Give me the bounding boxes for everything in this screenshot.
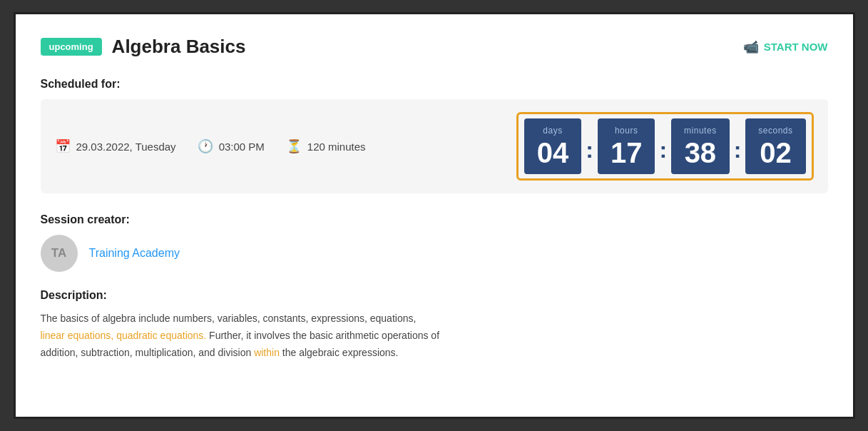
hourglass-icon: ⏳	[286, 138, 302, 154]
schedule-info: 📅 29.03.2022, Tuesday 🕐 03:00 PM ⏳ 120 m…	[55, 138, 366, 154]
main-container: upcoming Algebra Basics 📹 START NOW Sche…	[14, 12, 855, 419]
separator-3: :	[734, 130, 742, 163]
hours-value: 17	[611, 138, 643, 167]
seconds-value: 02	[758, 138, 792, 167]
video-camera-icon: 📹	[743, 39, 759, 55]
header-left: upcoming Algebra Basics	[41, 36, 246, 58]
creator-label: Session creator:	[41, 213, 828, 226]
desc-end: the algebraic expressions.	[282, 347, 399, 358]
page-title: Algebra Basics	[112, 36, 246, 58]
minutes-label: minutes	[684, 126, 717, 136]
days-value: 04	[537, 138, 569, 167]
schedule-date: 29.03.2022, Tuesday	[76, 141, 176, 153]
scheduled-label: Scheduled for:	[41, 78, 828, 91]
header: upcoming Algebra Basics 📹 START NOW	[41, 36, 828, 58]
creator-name[interactable]: Training Academy	[89, 247, 180, 260]
countdown-days: days 04	[524, 118, 582, 174]
countdown-timer: days 04 : hours 17 : minutes 38 : second…	[516, 112, 814, 181]
schedule-row: 📅 29.03.2022, Tuesday 🕐 03:00 PM ⏳ 120 m…	[41, 99, 828, 193]
start-now-button[interactable]: 📹 START NOW	[743, 39, 828, 55]
description-label: Description:	[41, 289, 828, 302]
time-item: 🕐 03:00 PM	[198, 138, 265, 154]
creator-row: TA Training Academy	[41, 235, 828, 272]
countdown-minutes: minutes 38	[671, 118, 730, 174]
clock-icon: 🕐	[198, 138, 213, 154]
desc-link-equations[interactable]: linear equations, quadratic equations.	[41, 330, 207, 341]
scheduled-section: Scheduled for: 📅 29.03.2022, Tuesday 🕐 0…	[41, 78, 828, 193]
upcoming-badge: upcoming	[41, 38, 102, 56]
countdown-hours: hours 17	[598, 118, 655, 174]
hours-label: hours	[611, 126, 643, 136]
separator-1: :	[586, 130, 593, 163]
duration-item: ⏳ 120 minutes	[286, 138, 366, 154]
minutes-value: 38	[684, 138, 717, 167]
date-item: 📅 29.03.2022, Tuesday	[55, 138, 176, 154]
separator-2: :	[659, 130, 667, 163]
avatar: TA	[41, 235, 78, 272]
description-section: Description: The basics of algebra inclu…	[41, 289, 828, 361]
creator-section: Session creator: TA Training Academy	[41, 213, 828, 272]
schedule-duration: 120 minutes	[307, 141, 366, 153]
start-now-label: START NOW	[764, 41, 828, 53]
desc-plain: The basics of algebra include numbers, v…	[41, 313, 417, 324]
calendar-icon: 📅	[55, 138, 71, 154]
days-label: days	[537, 126, 569, 136]
desc-link-within[interactable]: within	[254, 347, 280, 358]
schedule-time: 03:00 PM	[219, 141, 265, 153]
seconds-label: seconds	[758, 126, 792, 136]
description-text: The basics of algebra include numbers, v…	[41, 310, 461, 361]
countdown-seconds: seconds 02	[745, 118, 805, 174]
